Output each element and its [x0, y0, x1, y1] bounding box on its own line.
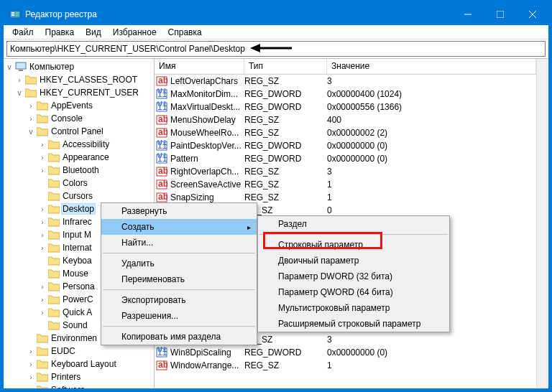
binary-value-icon: 011110 — [156, 88, 167, 100]
ctx-find[interactable]: Найти... — [101, 235, 257, 251]
value-data: 0x00000000 (0) — [327, 141, 536, 151]
tree-controlpanel[interactable]: vControl Panel — [4, 125, 154, 138]
folder-icon — [48, 307, 60, 317]
tree-bluetooth[interactable]: ›Bluetooth — [4, 164, 154, 177]
binary-value-icon: 011110 — [156, 153, 167, 164]
ctx-new-multistring[interactable]: Мультистроковый параметр — [258, 300, 449, 316]
maximize-button[interactable] — [484, 4, 516, 25]
ctx-rename[interactable]: Переименовать — [101, 271, 257, 287]
value-data: 3 — [327, 76, 536, 86]
ctx-permissions[interactable]: Разрешения... — [101, 308, 257, 324]
folder-icon — [37, 101, 48, 111]
ctx-copykeyname[interactable]: Копировать имя раздела — [101, 329, 257, 345]
ctx-new-key[interactable]: Раздел — [258, 216, 449, 232]
ctx-new-binary[interactable]: Двоичный параметр — [258, 253, 449, 269]
address-path: Компьютер\HKEY_CURRENT_USER\Control Pane… — [10, 44, 245, 54]
tree-appearance[interactable]: ›Appearance — [4, 151, 154, 164]
close-button[interactable] — [516, 4, 548, 25]
tree-console[interactable]: ›Console — [4, 112, 154, 125]
value-data: 3 — [327, 335, 536, 345]
menu-view[interactable]: Вид — [80, 26, 107, 39]
list-row[interactable]: abLeftOverlapCharsREG_SZ3 — [155, 75, 536, 88]
svg-text:110: 110 — [157, 154, 167, 164]
list-row[interactable]: abWindowArrange...REG_SZ1 — [155, 359, 536, 372]
list-row[interactable]: 011110MaxVirtualDeskt...REG_DWORD0x00000… — [155, 101, 536, 113]
value-data: 0x00000002 (2) — [327, 128, 536, 138]
tree-eudc[interactable]: ›EUDC — [4, 345, 154, 358]
ctx-delete[interactable]: Удалить — [101, 256, 257, 271]
value-name: RightOverlapCh... — [170, 167, 244, 177]
svg-text:110: 110 — [157, 141, 167, 151]
list-row[interactable]: abMenuShowDelayREG_SZ400 — [155, 113, 536, 126]
value-type: REG_SZ — [244, 192, 327, 202]
tree-software[interactable]: ›Software — [4, 383, 154, 388]
value-type: REG_DWORD — [244, 141, 327, 151]
svg-rect-11 — [16, 62, 26, 69]
folder-icon — [48, 269, 60, 279]
menu-file[interactable]: Файл — [6, 26, 40, 39]
folder-icon — [25, 75, 37, 85]
menu-favorites[interactable]: Избранное — [107, 26, 162, 39]
list-row[interactable]: abRightOverlapCh...REG_SZ3 — [155, 165, 536, 178]
address-bar[interactable]: Компьютер\HKEY_CURRENT_USER\Control Pane… — [6, 41, 546, 57]
folder-icon — [48, 243, 60, 253]
list-row[interactable]: abMouseWheelRo...REG_SZ0x00000002 (2) — [155, 126, 536, 139]
value-type: REG_SZ — [244, 360, 327, 370]
col-value[interactable]: Значение — [327, 59, 536, 74]
binary-value-icon: 011110 — [156, 140, 167, 151]
svg-rect-1 — [12, 12, 14, 14]
ctx-export[interactable]: Экспортировать — [101, 292, 257, 308]
folder-icon — [48, 230, 60, 240]
value-name: MaxVirtualDeskt... — [170, 102, 244, 112]
col-type[interactable]: Тип — [244, 59, 327, 74]
svg-text:ab: ab — [158, 75, 167, 85]
svg-marker-10 — [250, 44, 260, 52]
svg-rect-3 — [16, 12, 19, 14]
value-type: REG_DWORD — [244, 347, 327, 358]
list-row[interactable]: abScreenSaveActiveREG_SZ1 — [155, 178, 536, 191]
tree-hkcu[interactable]: vHKEY_CURRENT_USER — [4, 86, 154, 99]
folder-icon — [48, 256, 60, 266]
col-name[interactable]: Имя — [155, 59, 244, 74]
value-name: Pattern — [170, 154, 244, 164]
vertical-scrollbar[interactable] — [536, 59, 548, 388]
list-row[interactable]: 011110Win8DpiScalingREG_DWORD0x00000000 … — [155, 346, 536, 359]
list-row[interactable]: 011110PaintDesktopVer...REG_DWORD0x00000… — [155, 139, 536, 152]
value-name: MaxMonitorDim... — [170, 89, 244, 99]
tree-kblayout[interactable]: ›Keyboard Layout — [4, 358, 154, 370]
folder-icon — [37, 372, 48, 382]
value-name: WindowArrange... — [170, 360, 244, 370]
ctx-new-string[interactable]: Строковый параметр — [258, 237, 449, 253]
folder-icon — [37, 333, 48, 343]
folder-icon — [48, 204, 60, 214]
menu-help[interactable]: Справка — [162, 26, 208, 39]
context-menu: Развернуть Создать Найти... Удалить Пере… — [101, 202, 257, 345]
list-row[interactable]: 011110PatternREG_DWORD0x00000000 (0) — [155, 152, 536, 165]
ctx-new-expandstring[interactable]: Расширяемый строковый параметр — [258, 316, 449, 332]
ctx-new-qword[interactable]: Параметр QWORD (64 бита) — [258, 284, 449, 300]
menu-edit[interactable]: Правка — [40, 26, 80, 39]
svg-text:ab: ab — [158, 360, 167, 370]
context-submenu-create: Раздел Строковый параметр Двоичный парам… — [257, 215, 450, 332]
value-name: Win8DpiScaling — [170, 347, 244, 358]
tree-accessibility[interactable]: ›Accessibility — [4, 138, 154, 151]
ctx-new-dword[interactable]: Параметр DWORD (32 бита) — [258, 269, 449, 284]
tree-appevents[interactable]: ›AppEvents — [4, 99, 154, 112]
value-type: REG_SZ — [244, 167, 327, 177]
list-row[interactable]: 011110MaxMonitorDim...REG_DWORD0x0000040… — [155, 88, 536, 101]
svg-rect-2 — [12, 14, 14, 16]
ctx-separator — [103, 289, 255, 290]
ctx-create[interactable]: Создать — [101, 219, 257, 235]
value-name: ScreenSaveActive — [170, 179, 244, 190]
ctx-separator — [103, 253, 255, 253]
tree-root[interactable]: vКомпьютер — [4, 60, 154, 73]
value-data: 0x00000400 (1024) — [327, 89, 536, 99]
ctx-expand[interactable]: Развернуть — [101, 203, 257, 219]
tree-printers[interactable]: ›Printers — [4, 370, 154, 383]
minimize-button[interactable] — [451, 4, 484, 25]
tree-cursors[interactable]: Cursors — [4, 190, 154, 202]
tree-hkcr[interactable]: ›HKEY_CLASSES_ROOT — [4, 73, 154, 86]
svg-rect-12 — [19, 70, 23, 71]
tree-colors[interactable]: Colors — [4, 177, 154, 190]
string-value-icon: ab — [156, 360, 167, 371]
